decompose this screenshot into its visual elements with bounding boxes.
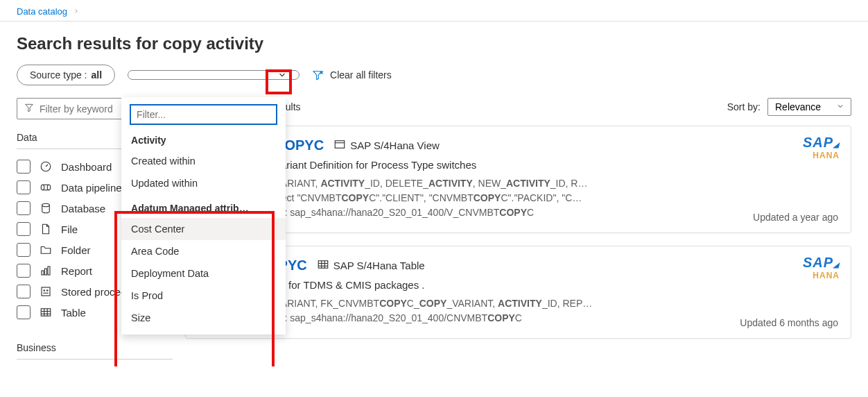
filters-row: Source type : all Activity Created withi… [17,65,851,85]
facet-label: Dashboard [61,161,112,173]
source-type-pill[interactable]: Source type : all [17,65,115,85]
view-icon [333,138,346,153]
checkbox[interactable] [17,305,31,319]
facet-label: Report [61,265,92,277]
facet-label: Data pipeline [61,182,122,194]
source-type-label: Source type : [30,69,87,81]
funnel-icon [24,103,34,115]
dropdown-option-created-within[interactable]: Created within [121,150,286,172]
sproc-icon [39,285,53,298]
svg-point-10 [42,203,50,207]
funnel-clear-icon [312,69,323,81]
sap-hana-logo: SAP◢ HANA [803,135,840,160]
chevron-right-icon [73,6,80,17]
svg-marker-3 [26,104,33,112]
filter-dropdown-panel: Activity Created within Updated within A… [121,97,286,335]
clear-filters-button[interactable]: Clear all filters [312,69,392,81]
dropdown-section-activity: Activity [121,130,286,150]
facet-label: File [61,223,78,235]
svg-rect-12 [45,269,47,275]
checkbox[interactable] [17,222,31,236]
svg-rect-11 [42,271,44,275]
annotation-highlight [114,211,275,366]
svg-point-7 [47,185,51,190]
dropdown-option-updated-within[interactable]: Updated within [121,172,286,194]
dropdown-filter-input[interactable] [130,104,277,125]
result-type: SAP S/4Hana View [333,138,440,153]
facet-label: Database [61,203,105,214]
gauge-icon [39,160,53,174]
filter-dropdown-pill[interactable]: Activity Created within Updated within A… [128,70,300,80]
checkbox[interactable] [17,201,31,215]
checkbox[interactable] [17,180,31,194]
svg-point-16 [47,290,49,292]
sort-select[interactable]: Relevance [767,98,851,116]
checkbox[interactable] [17,160,31,174]
svg-rect-13 [48,267,50,275]
result-meta: Columns: COPY_VARIANT, ACTIVITY_ID, DELE… [198,178,838,189]
report-icon [39,264,53,278]
svg-line-5 [46,164,48,167]
checkbox[interactable] [17,243,31,257]
breadcrumb-root[interactable]: Data catalog [17,6,67,17]
facet-label: Table [61,307,86,319]
source-type-value: all [92,69,103,81]
sort-label: Sort by: [727,101,761,112]
svg-point-6 [41,185,44,190]
svg-rect-23 [335,141,345,149]
svg-marker-0 [313,71,322,80]
result-meta: viewStatement: Select "CNVMBTCOPYC"."CLI… [198,192,838,203]
result-updated: Updated 6 months ago [740,317,838,328]
svg-rect-14 [42,287,50,296]
database-icon [39,201,53,215]
result-description: Copy Control Data for TDMS & CMIS packag… [198,279,838,291]
page-title: Search results for copy activity [17,34,851,53]
result-type: SAP S/4Hana Table [317,258,425,273]
pipeline-icon [39,180,53,194]
checkbox[interactable] [17,285,31,298]
sap-hana-logo: SAP◢ HANA [803,255,840,280]
checkbox[interactable] [17,264,31,278]
svg-rect-25 [318,261,328,269]
svg-rect-18 [41,309,51,316]
result-meta: Columns: COPY_VARIANT, FK_CNVMBTCOPYC_CO… [198,298,838,309]
facet-label: Folder [61,244,91,256]
breadcrumb: Data catalog [0,0,868,22]
result-updated: Updated a year ago [753,212,838,223]
clear-filters-label: Clear all filters [330,69,392,81]
table-icon [39,305,53,319]
svg-point-15 [44,290,45,292]
result-meta: Fully qualified name: sap_s4hana://hana2… [198,207,838,218]
file-icon [39,222,53,236]
annotation-highlight [266,69,292,94]
table-icon [317,258,329,273]
folder-icon [39,243,53,257]
result-description: MBT PCL Copy Variant Definition for Proc… [198,159,838,171]
